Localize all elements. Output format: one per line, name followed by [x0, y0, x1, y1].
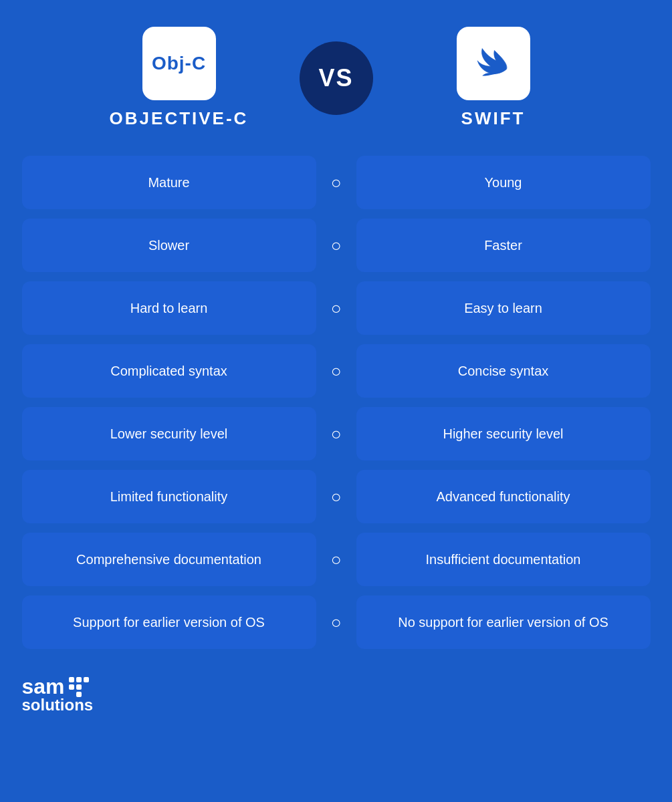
- comparison-row: Lower security level○Higher security lev…: [22, 407, 651, 460]
- cell-right-6: Insufficient documentation: [356, 533, 651, 586]
- cell-left-3: Complicated syntax: [22, 344, 316, 398]
- comparison-row: Hard to learn○Easy to learn: [22, 281, 651, 335]
- cell-right-3: Concise syntax: [356, 344, 651, 398]
- cell-left-2: Hard to learn: [22, 281, 316, 335]
- objc-logo: Obj-C: [142, 27, 216, 100]
- sam-text: sam: [22, 676, 65, 697]
- vs-dot: ○: [316, 424, 356, 444]
- cell-right-2: Easy to learn: [356, 281, 651, 335]
- vs-dot: ○: [316, 172, 356, 193]
- swift-bird-icon: [470, 40, 517, 87]
- cell-right-4: Higher security level: [356, 407, 651, 460]
- comparison-table: Mature○YoungSlower○FasterHard to learn○E…: [22, 156, 651, 649]
- header: Obj-C OBJECTIVE-C VS SWIFT: [13, 27, 659, 129]
- comparison-row: Slower○Faster: [22, 219, 651, 272]
- comparison-row: Mature○Young: [22, 156, 651, 209]
- cell-right-7: No support for earlier version of OS: [356, 595, 651, 649]
- vs-dot: ○: [316, 612, 356, 633]
- cell-right-1: Faster: [356, 219, 651, 272]
- objc-title: OBJECTIVE-C: [110, 108, 249, 129]
- solutions-text: solutions: [22, 697, 94, 713]
- comparison-row: Limited functionality○Advanced functiona…: [22, 470, 651, 523]
- cell-left-5: Limited functionality: [22, 470, 316, 523]
- cell-left-7: Support for earlier version of OS: [22, 595, 316, 649]
- cell-left-0: Mature: [22, 156, 316, 209]
- cell-right-5: Advanced functionality: [356, 470, 651, 523]
- comparison-row: Comprehensive documentation○Insufficient…: [22, 533, 651, 586]
- samsolutions-brand: sam solutions: [22, 676, 94, 713]
- cell-left-6: Comprehensive documentation: [22, 533, 316, 586]
- footer: sam solutions: [22, 676, 651, 713]
- vs-dot: ○: [316, 487, 356, 507]
- comparison-row: Complicated syntax○Concise syntax: [22, 344, 651, 398]
- vs-circle: VS: [300, 41, 373, 115]
- vs-dot: ○: [316, 235, 356, 256]
- swift-title: SWIFT: [461, 108, 526, 129]
- cell-left-1: Slower: [22, 219, 316, 272]
- swift-brand: SWIFT: [400, 27, 587, 129]
- vs-dot: ○: [316, 549, 356, 570]
- samsolutions-logo: sam solutions: [22, 676, 94, 713]
- vs-dot: ○: [316, 298, 356, 319]
- cell-left-4: Lower security level: [22, 407, 316, 460]
- cell-right-0: Young: [356, 156, 651, 209]
- dot-grid-icon: [69, 677, 89, 697]
- swift-logo: [457, 27, 530, 100]
- objc-brand: Obj-C OBJECTIVE-C: [86, 27, 273, 129]
- comparison-row: Support for earlier version of OS○No sup…: [22, 595, 651, 649]
- vs-dot: ○: [316, 361, 356, 382]
